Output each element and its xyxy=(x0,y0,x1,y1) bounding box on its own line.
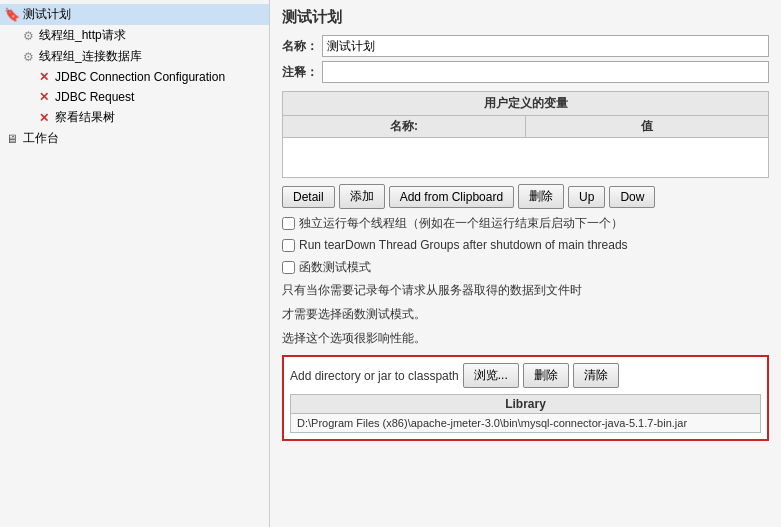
user-vars-title: 用户定义的变量 xyxy=(282,91,769,116)
tree-item-label: 察看结果树 xyxy=(55,109,115,126)
checkbox-independent-row: 独立运行每个线程组（例如在一个组运行结束后启动下一个） xyxy=(282,215,769,232)
tree-item-label: JDBC Request xyxy=(55,90,134,104)
col-name: 名称: xyxy=(283,116,526,137)
library-title: Library xyxy=(291,395,760,414)
info-text-3: 选择这个选项很影响性能。 xyxy=(282,329,769,347)
checkbox-function-label: 函数测试模式 xyxy=(299,259,371,276)
library-section: Library D:\Program Files (x86)\apache-jm… xyxy=(290,394,761,433)
add-button[interactable]: 添加 xyxy=(339,184,385,209)
table-body[interactable] xyxy=(282,138,769,178)
classpath-section: Add directory or jar to classpath 浏览... … xyxy=(282,355,769,441)
detail-button[interactable]: Detail xyxy=(282,186,335,208)
thread-db-icon: ⚙ xyxy=(20,49,36,65)
library-item[interactable]: D:\Program Files (x86)\apache-jmeter-3.0… xyxy=(291,414,760,432)
classpath-label: Add directory or jar to classpath xyxy=(290,369,459,383)
tree-item-test-plan[interactable]: 🔖 测试计划 xyxy=(0,4,269,25)
tree-panel: 🔖 测试计划 ⚙ 线程组_http请求 ⚙ 线程组_连接数据库 ✕ JDBC C… xyxy=(0,0,270,527)
tree-item-view-results[interactable]: ✕ 察看结果树 xyxy=(0,107,269,128)
tree-item-label: 线程组_连接数据库 xyxy=(39,48,142,65)
table-header: 名称: 值 xyxy=(282,116,769,138)
classpath-clear-button[interactable]: 清除 xyxy=(573,363,619,388)
thread-http-icon: ⚙ xyxy=(20,28,36,44)
tree-item-label: 线程组_http请求 xyxy=(39,27,126,44)
delete-button[interactable]: 删除 xyxy=(518,184,564,209)
checkbox-independent[interactable] xyxy=(282,217,295,230)
jdbc-config-icon: ✕ xyxy=(36,69,52,85)
tree-item-jdbc-config[interactable]: ✕ JDBC Connection Configuration xyxy=(0,67,269,87)
checkbox-teardown-label: Run tearDown Thread Groups after shutdow… xyxy=(299,237,628,254)
classpath-row: Add directory or jar to classpath 浏览... … xyxy=(290,363,761,388)
comment-label: 注释： xyxy=(282,64,322,81)
checkbox-function[interactable] xyxy=(282,261,295,274)
comment-row: 注释： xyxy=(282,61,769,83)
down-button[interactable]: Dow xyxy=(609,186,655,208)
add-from-clipboard-button[interactable]: Add from Clipboard xyxy=(389,186,514,208)
main-panel: 测试计划 名称： 注释： 用户定义的变量 名称: 值 Detail 添加 Add… xyxy=(270,0,781,527)
action-buttons: Detail 添加 Add from Clipboard 删除 Up Dow xyxy=(282,184,769,209)
up-button[interactable]: Up xyxy=(568,186,605,208)
tree-item-jdbc-request[interactable]: ✕ JDBC Request xyxy=(0,87,269,107)
jdbc-request-icon: ✕ xyxy=(36,89,52,105)
view-results-icon: ✕ xyxy=(36,110,52,126)
checkbox-teardown[interactable] xyxy=(282,239,295,252)
col-value: 值 xyxy=(526,116,768,137)
name-label: 名称： xyxy=(282,38,322,55)
name-row: 名称： xyxy=(282,35,769,57)
checkbox-function-row: 函数测试模式 xyxy=(282,259,769,276)
checkbox-teardown-row: Run tearDown Thread Groups after shutdow… xyxy=(282,237,769,254)
classpath-delete-button[interactable]: 删除 xyxy=(523,363,569,388)
panel-title: 测试计划 xyxy=(282,8,769,27)
browse-button[interactable]: 浏览... xyxy=(463,363,519,388)
workbench-icon: 🖥 xyxy=(4,131,20,147)
tree-item-thread-db[interactable]: ⚙ 线程组_连接数据库 xyxy=(0,46,269,67)
test-plan-icon: 🔖 xyxy=(4,7,20,23)
name-input[interactable] xyxy=(322,35,769,57)
tree-item-label: 工作台 xyxy=(23,130,59,147)
tree-item-label: 测试计划 xyxy=(23,6,71,23)
tree-item-workbench[interactable]: 🖥 工作台 xyxy=(0,128,269,149)
tree-item-thread-http[interactable]: ⚙ 线程组_http请求 xyxy=(0,25,269,46)
info-text-2: 才需要选择函数测试模式。 xyxy=(282,305,769,323)
tree-item-label: JDBC Connection Configuration xyxy=(55,70,225,84)
checkbox-independent-label: 独立运行每个线程组（例如在一个组运行结束后启动下一个） xyxy=(299,215,623,232)
comment-input[interactable] xyxy=(322,61,769,83)
info-text-1: 只有当你需要记录每个请求从服务器取得的数据到文件时 xyxy=(282,281,769,299)
